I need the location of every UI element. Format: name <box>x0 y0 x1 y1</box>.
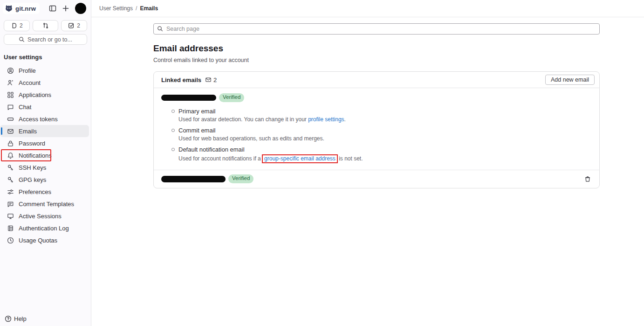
sidebar-item-label: Chat <box>19 104 31 111</box>
sidebar-item-account[interactable]: Account <box>0 76 89 89</box>
help-label: Help <box>14 315 27 322</box>
profile-settings-link[interactable]: profile settings <box>308 116 344 123</box>
role-label: Primary email <box>178 108 592 115</box>
global-search-button[interactable]: Search or go to... <box>4 34 87 45</box>
role-desc-text: is not set. <box>337 155 363 162</box>
sidebar-item-applications[interactable]: Applications <box>0 89 89 101</box>
linked-emails-card: Linked emails 2 Add new email Verified <box>153 71 600 188</box>
settings-content: Email addresses Control emails linked to… <box>91 17 644 188</box>
sidebar-toggle-button[interactable] <box>49 5 56 12</box>
sidebar-item-profile[interactable]: Profile <box>0 64 89 76</box>
sidebar: git.nrw <box>0 0 91 326</box>
profile-icon <box>7 67 14 74</box>
usage-quotas-icon <box>7 237 14 244</box>
group-specific-email-link[interactable]: group-specific email address <box>264 155 336 162</box>
sidebar-item-label: Comment Templates <box>19 201 74 208</box>
todos-count-button[interactable]: 2 <box>61 20 87 31</box>
password-icon <box>7 140 14 147</box>
page-search-input[interactable] <box>153 23 600 35</box>
breadcrumb-user-settings[interactable]: User Settings <box>99 5 133 12</box>
role-desc-text: Used for avatar detection. You can chang… <box>178 116 308 123</box>
sidebar-item-gpg-keys[interactable]: GPG keys <box>0 173 89 186</box>
sidebar-item-label: SSH Keys <box>19 164 46 171</box>
card-title: Linked emails <box>161 76 201 83</box>
ssh-keys-icon <box>7 164 14 171</box>
sidebar-toggle-icon <box>49 5 56 12</box>
applications-icon <box>7 91 14 98</box>
sidebar-item-access-tokens[interactable]: Access tokens <box>0 113 89 125</box>
card-header: Linked emails 2 Add new email <box>154 72 599 88</box>
todo-icon <box>68 22 75 29</box>
sidebar-item-authentication-log[interactable]: Authentication Log <box>0 222 89 234</box>
sidebar-item-label: Usage Quotas <box>19 237 57 244</box>
global-search-label: Search or go to... <box>27 36 72 43</box>
email-row-primary: Verified <box>161 93 592 102</box>
notifications-icon <box>7 152 14 159</box>
redacted-email-address <box>161 95 216 101</box>
sidebar-item-ssh-keys[interactable]: SSH Keys <box>0 161 89 173</box>
role-primary-email: Primary email Used for avatar detection.… <box>171 108 592 123</box>
page-title: Email addresses <box>153 43 644 54</box>
account-icon <box>7 79 14 86</box>
sidebar-item-emails[interactable]: Emails <box>0 125 89 137</box>
sidebar-item-usage-quotas[interactable]: Usage Quotas <box>0 234 89 246</box>
nav-section-header: User settings <box>0 51 91 64</box>
issues-count-button[interactable]: 2 <box>4 20 30 31</box>
role-commit-email: Commit email Used for web based operatio… <box>171 127 592 142</box>
sidebar-item-label: Emails <box>19 128 37 135</box>
emails-icon <box>7 128 14 135</box>
email-count: 2 <box>205 76 217 83</box>
sidebar-item-notifications[interactable]: Notifications <box>0 149 89 161</box>
sidebar-header: git.nrw <box>0 0 91 17</box>
avatar[interactable] <box>75 3 86 14</box>
sidebar-item-label: Preferences <box>19 188 51 195</box>
role-label: Commit email <box>178 127 592 134</box>
todos-count: 2 <box>77 22 80 29</box>
sidebar-item-label: Authentication Log <box>19 225 69 232</box>
sidebar-item-comment-templates[interactable]: Comment Templates <box>0 198 89 210</box>
comment-templates-icon <box>7 201 14 208</box>
delete-email-button[interactable] <box>581 174 595 184</box>
brand-logo[interactable]: git.nrw <box>3 3 40 14</box>
access-tokens-icon <box>7 116 14 123</box>
sidebar-item-password[interactable]: Password <box>0 137 89 149</box>
sidebar-item-label: Access tokens <box>19 116 58 123</box>
active-sessions-icon <box>7 213 14 220</box>
help-button[interactable]: Help <box>5 315 27 322</box>
email-count-value: 2 <box>213 76 217 83</box>
sidebar-item-label: GPG keys <box>19 176 46 183</box>
brand-mascot-icon <box>5 4 13 13</box>
sidebar-item-active-sessions[interactable]: Active Sessions <box>0 210 89 222</box>
chat-icon <box>7 104 14 111</box>
envelope-icon <box>205 76 212 83</box>
sidebar-item-preferences[interactable]: Preferences <box>0 186 89 198</box>
page-subtitle: Control emails linked to your account <box>153 57 644 63</box>
breadcrumb-separator: / <box>136 5 137 12</box>
email-row-secondary: Verified <box>154 170 599 188</box>
brand-name: git.nrw <box>15 5 36 12</box>
create-new-button[interactable] <box>62 5 69 12</box>
shortcut-counts: 2 2 <box>4 20 87 31</box>
verified-badge: Verified <box>219 93 244 102</box>
merge-requests-button[interactable] <box>33 20 59 31</box>
main-area: User Settings / Emails Email addresses C… <box>91 0 644 326</box>
sidebar-item-label: Profile <box>19 67 36 74</box>
help-icon <box>5 315 12 322</box>
sidebar-item-label: Account <box>19 79 41 86</box>
add-new-email-button[interactable]: Add new email <box>545 75 595 85</box>
preferences-icon <box>7 188 14 195</box>
plus-icon <box>62 5 69 12</box>
settings-nav: User settings Profile Account <box>0 51 91 246</box>
sidebar-item-label: Active Sessions <box>19 213 62 220</box>
search-icon <box>19 36 25 42</box>
role-desc-text: . <box>344 116 346 123</box>
sidebar-item-label: Password <box>19 140 45 147</box>
breadcrumb: User Settings / Emails <box>91 0 644 17</box>
role-label: Default notification email <box>178 146 592 153</box>
annotation-red-box-link: group-specific email address <box>262 154 338 163</box>
role-description: Used for account notifications if a grou… <box>178 154 592 163</box>
merge-request-icon <box>42 22 49 29</box>
role-description: Used for avatar detection. You can chang… <box>178 116 592 123</box>
sidebar-item-chat[interactable]: Chat <box>0 101 89 113</box>
authentication-log-icon <box>7 225 14 232</box>
